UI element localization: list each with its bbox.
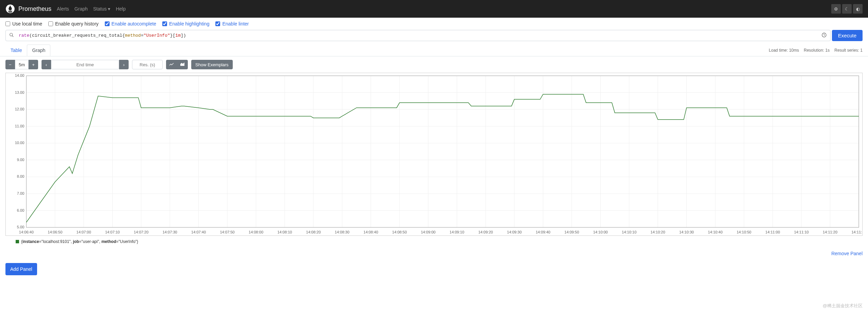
svg-text:14:11:20: 14:11:20 [823,230,837,234]
execute-button[interactable]: Execute [832,30,863,41]
range-value[interactable]: 5m [15,60,29,69]
svg-text:14:06:50: 14:06:50 [48,230,62,234]
svg-rect-1 [8,11,12,12]
svg-text:14:07:20: 14:07:20 [134,230,148,234]
svg-rect-86 [26,76,859,227]
svg-text:14:08:30: 14:08:30 [335,230,349,234]
svg-text:9.00: 9.00 [17,158,24,162]
option-autocomplete[interactable]: Enable autocomplete [105,21,157,27]
search-icon [6,33,17,38]
time-next-button[interactable]: › [119,60,129,69]
query-meta: Load time: 10ms Resolution: 1s Result se… [769,48,863,53]
range-group: − 5m + [5,60,38,69]
svg-text:14:07:10: 14:07:10 [105,230,120,234]
checkbox-linter[interactable] [215,21,220,26]
option-local-time[interactable]: Use local time [5,21,42,27]
legend-swatch [16,240,19,243]
svg-text:14:07:30: 14:07:30 [163,230,177,234]
svg-text:14:08:00: 14:08:00 [249,230,263,234]
contrast-button[interactable]: ◐ [853,4,863,14]
svg-text:14.00: 14.00 [15,73,24,77]
add-panel-button[interactable]: Add Panel [5,263,37,275]
nav-help[interactable]: Help [116,6,126,12]
endtime-input[interactable] [51,60,119,69]
show-exemplars-button[interactable]: Show Exemplars [191,60,233,69]
chart-type-group [166,60,188,69]
meta-load-time: Load time: 10ms [769,48,799,53]
option-query-history[interactable]: Enable query history [48,21,99,27]
chevron-down-icon: ▾ [108,6,110,12]
chart-line-button[interactable] [166,60,177,69]
option-linter[interactable]: Enable linter [215,21,249,27]
nav-status[interactable]: Status ▾ [93,6,111,12]
meta-resolution: Resolution: 1s [804,48,830,53]
svg-text:10.00: 10.00 [15,141,24,145]
checkbox-highlighting[interactable] [162,21,167,26]
svg-text:14:09:30: 14:09:30 [507,230,522,234]
time-prev-button[interactable]: ‹ [42,60,51,69]
svg-text:14:08:20: 14:08:20 [306,230,321,234]
legend[interactable]: {instance="localhost:9101", job="user-ap… [5,236,863,247]
svg-text:14:11:00: 14:11:00 [765,230,780,234]
legend-label: {instance="localhost:9101", job="user-ap… [21,239,138,244]
option-highlighting[interactable]: Enable highlighting [162,21,209,27]
chart-container: 5.006.007.008.009.0010.0011.0012.0013.00… [0,73,868,247]
navbar: Prometheus Alerts Graph Status ▾ Help ⚙ … [0,0,868,18]
chevron-right-icon: › [123,62,125,67]
tab-graph[interactable]: Graph [27,45,50,56]
gear-icon: ⚙ [834,6,838,12]
graph-controls: − 5m + ‹ › Show Exemplars [0,56,868,73]
checkbox-local-time[interactable] [5,21,10,26]
range-decrease-button[interactable]: − [5,60,15,69]
nav-alerts[interactable]: Alerts [57,6,69,12]
svg-text:14:08:40: 14:08:40 [363,230,378,234]
checkbox-query-history[interactable] [48,21,53,26]
svg-text:14:08:50: 14:08:50 [392,230,407,234]
app-title: Prometheus [18,5,51,13]
svg-text:14:07:50: 14:07:50 [220,230,234,234]
svg-line-4 [12,36,14,37]
svg-text:14:11:10: 14:11:10 [794,230,809,234]
settings-button[interactable]: ⚙ [831,4,841,14]
checkbox-autocomplete[interactable] [105,21,110,26]
options-bar: Use local time Enable query history Enab… [0,18,868,30]
svg-text:14:10:10: 14:10:10 [622,230,636,234]
chart-stacked-button[interactable] [177,60,188,69]
minus-icon: − [9,62,12,67]
prometheus-logo-icon [5,4,15,14]
svg-text:14:10:00: 14:10:00 [593,230,608,234]
remove-panel-link[interactable]: Remove Panel [831,251,863,256]
brand[interactable]: Prometheus [5,4,51,14]
moon-icon: ☾ [845,6,849,12]
area-chart-icon [180,62,185,68]
chart-area[interactable]: 5.006.007.008.009.0010.0011.0012.0013.00… [5,73,863,236]
svg-text:14:08:10: 14:08:10 [277,230,292,234]
query-input[interactable]: rate(circuit_breaker_requests_req_total{… [17,30,818,41]
svg-text:5.00: 5.00 [17,225,24,229]
svg-text:14:11:30: 14:11:30 [851,230,862,234]
svg-text:14:09:50: 14:09:50 [564,230,579,234]
plus-icon: + [32,62,35,67]
meta-result-series: Result series: 1 [834,48,863,53]
svg-point-3 [10,33,13,36]
query-history-button[interactable] [818,32,830,39]
svg-text:14:10:40: 14:10:40 [708,230,723,234]
query-input-wrap[interactable]: rate(circuit_breaker_requests_req_total{… [5,30,831,41]
chart-svg: 5.006.007.008.009.0010.0011.0012.0013.00… [6,73,862,235]
svg-text:12.00: 12.00 [15,107,24,111]
svg-text:14:09:00: 14:09:00 [421,230,436,234]
resolution-input[interactable] [132,60,163,69]
endtime-group: ‹ › [42,60,129,69]
svg-rect-2 [9,12,12,13]
svg-text:14:10:50: 14:10:50 [737,230,751,234]
svg-text:6.00: 6.00 [17,208,24,212]
svg-text:11.00: 11.00 [15,124,24,128]
nav-graph[interactable]: Graph [75,6,88,12]
range-increase-button[interactable]: + [29,60,38,69]
query-row: rate(circuit_breaker_requests_req_total{… [0,30,868,41]
tab-table[interactable]: Table [5,45,27,56]
theme-button[interactable]: ☾ [842,4,852,14]
svg-text:14:07:40: 14:07:40 [191,230,206,234]
svg-text:7.00: 7.00 [17,191,24,195]
panel-footer: Remove Panel [0,247,868,260]
